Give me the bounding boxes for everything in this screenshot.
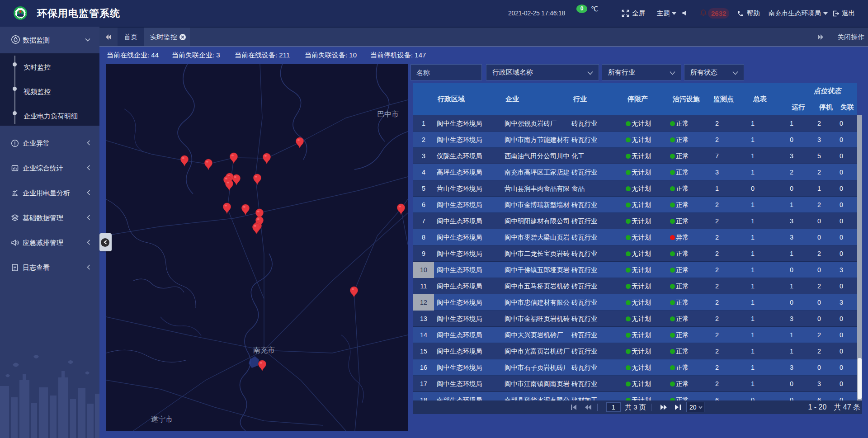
col-header-monitor[interactable]: 监测点 bbox=[710, 83, 738, 115]
org-dropdown[interactable]: 南充市生态环境局 bbox=[769, 0, 828, 27]
map-pin[interactable] bbox=[222, 203, 231, 215]
theme-dropdown[interactable]: 主题 bbox=[657, 0, 676, 27]
industry-select[interactable]: 所有行业 bbox=[602, 64, 681, 80]
col-header-running[interactable]: 运行 bbox=[782, 99, 815, 115]
table-row[interactable]: 1 阆中生态环境局 阆中强锐页岩砖厂 砖瓦行业 无计划 正常 2 1 1 2 0 bbox=[413, 115, 857, 132]
table-row[interactable]: 13 阆中生态环境局 阆中市金福旺页岩机砖 砖瓦行业 无计划 正常 2 1 3 … bbox=[413, 311, 857, 327]
status-dot-icon bbox=[626, 154, 631, 159]
prev-page-button[interactable] bbox=[585, 400, 592, 414]
table-row[interactable]: 16 阆中生态环境局 阆中市石子页岩机砖厂 砖瓦行业 无计划 正常 2 1 3 … bbox=[413, 359, 857, 376]
app-logo-icon bbox=[14, 6, 27, 20]
table-row[interactable]: 15 阆中生态环境局 阆中市光富页岩机砖厂 砖瓦行业 无计划 正常 2 1 1 … bbox=[413, 343, 857, 359]
map-pin[interactable] bbox=[349, 286, 359, 298]
table-row[interactable]: 4 高坪生态环境局 南充市高坪区王家店建 砖瓦行业 无计划 正常 3 1 2 2… bbox=[413, 164, 857, 180]
map-pin[interactable] bbox=[258, 360, 267, 372]
row-facility-status: 正常 bbox=[669, 392, 710, 400]
table-scrollbar-track[interactable] bbox=[857, 115, 862, 400]
map-pin[interactable] bbox=[252, 223, 261, 235]
col-header-stopped[interactable]: 停机 bbox=[815, 99, 837, 115]
col-header-point-status-group: 点位状态 bbox=[782, 83, 857, 99]
sidebar-item-emergency[interactable]: 应急减排管理 bbox=[0, 230, 99, 255]
col-header-region[interactable]: 行政区域 bbox=[434, 83, 502, 115]
next-page-button[interactable] bbox=[660, 400, 667, 414]
help-button[interactable]: 帮助 bbox=[737, 0, 760, 27]
tab-close-icon[interactable] bbox=[179, 34, 186, 40]
table-row[interactable]: 7 阆中生态环境局 阆中明阳建材有限公司 砖瓦行业 无计划 正常 2 1 3 0… bbox=[413, 213, 857, 229]
sidebar-item-base-data[interactable]: 基础数据管理 bbox=[0, 205, 99, 230]
table-row[interactable]: 14 阆中生态环境局 阆中大兴页岩机砖厂 砖瓦行业 无计划 正常 2 1 1 2… bbox=[413, 327, 857, 343]
table-row[interactable]: 9 阆中生态环境局 阆中市二龙长宝页岩砖 砖瓦行业 无计划 正常 2 1 1 2… bbox=[413, 245, 857, 262]
row-facility-status: 正常 bbox=[669, 359, 710, 376]
map-pin[interactable] bbox=[225, 179, 234, 192]
sidebar-item-company-abnormal[interactable]: 企业异常 bbox=[0, 131, 99, 155]
page-size-select[interactable]: 20 bbox=[686, 402, 704, 412]
map-pin[interactable] bbox=[253, 174, 262, 186]
status-select[interactable]: 所有状态 bbox=[684, 64, 744, 80]
bell-icon[interactable] bbox=[700, 9, 707, 17]
close-operations-button[interactable]: 关闭操作 bbox=[837, 28, 864, 46]
table-row[interactable]: 12 阆中生态环境局 阆中市忠信建材有限公 砖瓦行业 无计划 正常 2 1 0 … bbox=[413, 294, 857, 311]
tabs-scroll-right-button[interactable] bbox=[817, 34, 824, 40]
map-city-label: 巴中市 bbox=[377, 110, 399, 119]
row-facility-status: 正常 bbox=[669, 343, 710, 359]
col-header-facility[interactable]: 治污设施 bbox=[669, 83, 710, 115]
col-header-company[interactable]: 企业 bbox=[502, 83, 570, 115]
sidebar-item-power-analysis[interactable]: 企业用电量分析 bbox=[0, 180, 99, 205]
page-number-input[interactable] bbox=[606, 402, 621, 412]
map-panel[interactable]: 巴中市南充市遂宁市 bbox=[106, 64, 408, 431]
tabs-scroll-left-button[interactable] bbox=[99, 28, 118, 46]
sidebar-item-realtime-monitor[interactable]: 实时监控 bbox=[0, 55, 99, 80]
pager-range-label: 1 - 20共 47 条 bbox=[808, 400, 860, 414]
status-dot-icon bbox=[626, 300, 631, 305]
tab-home[interactable]: 首页 bbox=[118, 28, 144, 46]
megaphone-icon bbox=[11, 239, 19, 247]
map-pin[interactable] bbox=[396, 203, 406, 216]
table-scrollbar-thumb[interactable] bbox=[858, 358, 862, 399]
map-pin[interactable] bbox=[241, 204, 250, 216]
name-search-input[interactable] bbox=[410, 64, 482, 80]
region-select[interactable]: 行政区域名称 bbox=[486, 64, 599, 80]
table-row[interactable]: 10 阆中生态环境局 阆中千佛镇五郎垭页岩 砖瓦行业 无计划 正常 2 1 0 … bbox=[413, 262, 857, 278]
map-pin[interactable] bbox=[229, 152, 238, 165]
sidebar-item-company-statistics[interactable]: 企业综合统计 bbox=[0, 155, 99, 180]
table-row[interactable]: 8 阆中生态环境局 阆中市枣碧大梁山页岩 砖瓦行业 无计划 异常 2 1 3 0… bbox=[413, 229, 857, 245]
row-stopped-count: 2 bbox=[815, 115, 837, 132]
row-running-count: 0 bbox=[782, 180, 815, 197]
stat-item: 当前失联企业: 3 bbox=[172, 47, 220, 64]
sidebar-item-video-monitor[interactable]: 视频监控 bbox=[0, 80, 99, 104]
row-monitor-count: 6 bbox=[710, 392, 738, 400]
col-header-industry[interactable]: 行业 bbox=[570, 83, 624, 115]
row-stopped-count: 0 bbox=[815, 311, 837, 327]
map-pin[interactable] bbox=[180, 155, 189, 167]
phone-icon bbox=[737, 10, 744, 17]
sidebar-group-data-monitoring[interactable]: 数据监测 bbox=[0, 27, 99, 53]
status-dot-icon bbox=[670, 251, 675, 256]
map-pin[interactable] bbox=[204, 159, 213, 171]
row-stopped-count: 2 bbox=[815, 164, 837, 180]
chevron-left-icon bbox=[87, 264, 90, 270]
table-row[interactable]: 6 阆中生态环境局 阆中市金博瑞新型墙材 砖瓦行业 无计划 正常 2 1 1 2… bbox=[413, 197, 857, 213]
last-page-button[interactable] bbox=[675, 400, 681, 414]
fullscreen-button[interactable]: 全屏 bbox=[622, 0, 645, 27]
map-collapse-button[interactable] bbox=[99, 233, 112, 251]
col-header-limit[interactable]: 停限产 bbox=[624, 83, 669, 115]
map-pin[interactable] bbox=[295, 137, 304, 149]
table-row[interactable]: 17 阆中生态环境局 阆中市江南镇阆南页岩 砖瓦行业 无计划 正常 2 1 0 … bbox=[413, 376, 857, 392]
table-row[interactable]: 3 仪陇生态环境局 西南油气田分公司川中 化工 无计划 正常 7 1 3 5 0 bbox=[413, 148, 857, 164]
col-header-offline[interactable]: 失联 bbox=[837, 99, 857, 115]
tab-realtime-monitor[interactable]: 实时监控 bbox=[144, 28, 190, 46]
map-pin[interactable] bbox=[262, 153, 271, 165]
table-row[interactable]: 11 阆中生态环境局 阆中市五马桥页岩机砖 砖瓦行业 无计划 正常 2 1 1 … bbox=[413, 278, 857, 294]
sidebar-item-power-load-detail[interactable]: 企业电力负荷明细 bbox=[0, 104, 99, 128]
col-header-meter[interactable]: 总表 bbox=[738, 83, 782, 115]
table-row[interactable]: 5 营山生态环境局 营山县润丰肉食品有限 食品 无计划 正常 1 0 0 1 0 bbox=[413, 180, 857, 197]
table-row[interactable]: 2 阆中生态环境局 阆中市南方节能建材有 砖瓦行业 无计划 正常 2 1 0 3… bbox=[413, 132, 857, 148]
logout-button[interactable]: 退出 bbox=[832, 0, 855, 27]
tab-label: 实时监控 bbox=[150, 28, 177, 46]
first-page-button[interactable] bbox=[571, 400, 577, 414]
sidebar-item-logs[interactable]: 日志查看 bbox=[0, 255, 99, 280]
notification-count-badge[interactable]: 2632 bbox=[708, 8, 729, 19]
table-row[interactable]: 18 南部生态环境局 南部县科华水泥有限公 建材加工 无计划 正常 6 0 0 … bbox=[413, 392, 857, 400]
speaker-icon[interactable] bbox=[682, 10, 688, 16]
row-limit-status: 无计划 bbox=[624, 392, 669, 400]
